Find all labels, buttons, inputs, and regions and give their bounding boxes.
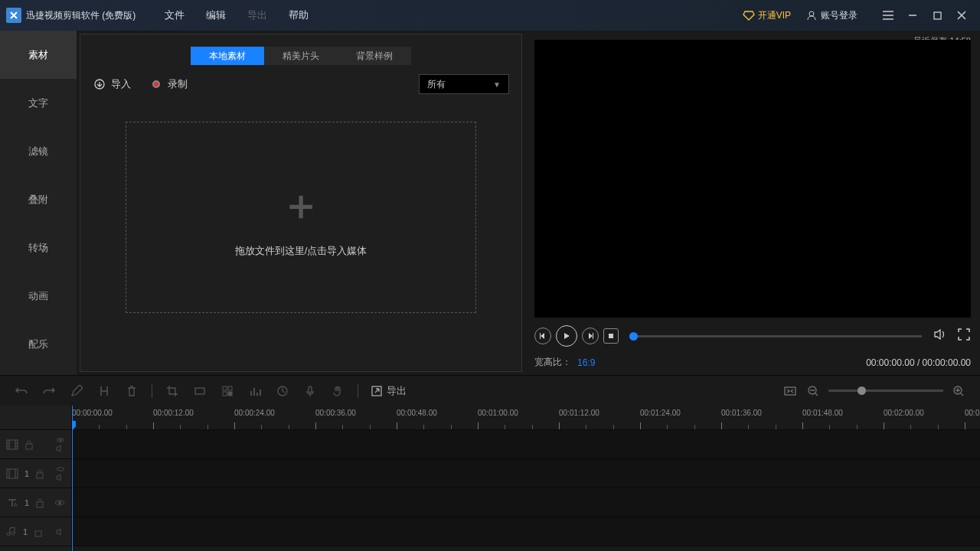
film-icon [6,439,18,450]
track-head-video-main[interactable] [0,430,71,459]
tab-intro[interactable]: 精美片头 [264,47,338,65]
svg-point-24 [58,501,61,504]
vip-button[interactable]: 开通VIP [743,9,791,22]
fullscreen-button[interactable] [957,328,971,344]
record-button[interactable]: 录制 [149,77,188,91]
track-head-text-1[interactable]: A 1 [0,488,71,517]
timeline-toolbar: 导出 [0,375,980,406]
svg-rect-20 [7,469,18,478]
speaker-icon [933,327,948,342]
track-row[interactable] [72,488,980,517]
time-display: 00:00:00.00 / 00:00:00.00 [866,357,971,368]
speaker-icon [56,528,65,536]
plus-icon: ＋ [280,178,322,233]
import-icon [93,77,106,91]
mosaic-button[interactable] [220,383,235,399]
sidebar-item-overlay[interactable]: 叠附 [0,175,77,223]
sidebar-item-media[interactable]: 素材 [0,31,77,79]
zoom-slider[interactable] [828,390,943,392]
svg-rect-23 [37,502,43,507]
menu-export[interactable]: 导出 [237,8,278,22]
sidebar-item-text[interactable]: 文字 [0,79,77,127]
login-button[interactable]: 账号登录 [806,9,858,22]
ruler-mark: 00:01:36.00 [721,409,762,417]
voice-button[interactable] [302,383,318,399]
menu-help[interactable]: 帮助 [278,8,319,22]
edit-tool-button[interactable] [69,383,84,399]
menu-edit[interactable]: 编辑 [195,8,237,22]
undo-button[interactable] [14,383,29,399]
record-icon [149,77,163,91]
preview-progress[interactable] [629,335,922,337]
minimize-button[interactable] [900,3,925,28]
track-row[interactable] [72,430,980,459]
sidebar-item-transition[interactable]: 转场 [0,223,77,272]
hand-button[interactable] [330,383,345,399]
app-logo-icon [6,8,21,23]
tab-background[interactable]: 背景样例 [338,47,411,65]
track-row[interactable] [72,517,980,546]
svg-rect-7 [223,386,227,390]
import-button[interactable]: 导入 [93,77,131,91]
timeline-body[interactable]: 00:00:00.0000:00:12.0000:00:24.0000:00:3… [72,406,980,551]
sidebar-item-filter[interactable]: 滤镜 [0,127,77,175]
chart-button[interactable] [247,383,263,399]
media-drop-zone[interactable]: ＋ 拖放文件到这里/点击导入媒体 [126,122,476,313]
svg-rect-9 [223,392,227,396]
crop-button[interactable] [165,383,180,399]
svg-rect-3 [540,333,541,339]
lock-icon [34,527,43,537]
lock-icon [35,468,44,479]
ruler-mark: 00:01:24.00 [640,409,681,417]
svg-rect-10 [228,392,232,396]
zoom-in-button[interactable] [951,383,966,399]
track-head-audio-1[interactable]: 1 [0,517,71,546]
aspect-button[interactable] [192,383,207,399]
film-icon [6,468,18,479]
preview-viewport[interactable] [534,40,971,318]
svg-rect-1 [934,12,941,19]
svg-rect-21 [37,473,43,478]
diamond-icon [743,9,755,21]
aspect-value[interactable]: 16:9 [577,357,595,368]
filter-dropdown[interactable]: 所有 ▼ [419,74,509,94]
sidebar-item-animation[interactable]: 动画 [0,272,77,320]
export-icon [371,385,383,397]
svg-rect-6 [195,388,204,394]
sidebar-item-music[interactable]: 配乐 [0,320,77,368]
chevron-down-icon: ▼ [493,80,501,89]
zoom-out-button[interactable] [805,383,821,399]
timeline: 1 A 1 1 00:00:00.0000:00:12.0000:00:24.0… [0,406,980,551]
redo-button[interactable] [41,383,57,399]
menu-file[interactable]: 文件 [154,8,195,22]
speed-button[interactable] [275,383,290,399]
fit-button[interactable] [782,383,798,399]
tab-local-media[interactable]: 本地素材 [191,47,264,65]
timeline-ruler[interactable]: 00:00:00.0000:00:12.0000:00:24.0000:00:3… [72,406,980,430]
volume-button[interactable] [933,327,948,345]
track-row[interactable] [72,459,980,488]
svg-rect-18 [26,444,32,449]
ruler-mark: 00:0 [965,409,979,417]
maximize-button[interactable] [925,3,949,28]
track-head-video-1[interactable]: 1 [0,459,71,488]
ruler-mark: 00:01:00.00 [478,409,518,417]
drop-zone-text: 拖放文件到这里/点击导入媒体 [235,244,368,258]
playhead[interactable] [72,406,73,551]
lock-icon [35,497,44,508]
next-frame-button[interactable] [582,328,599,344]
prev-frame-button[interactable] [534,328,551,344]
hamburger-button[interactable] [876,3,900,28]
svg-rect-17 [7,440,18,449]
sidebar: 素材 文字 滤镜 叠附 转场 动画 配乐 [0,31,77,375]
svg-rect-8 [228,386,232,390]
delete-button[interactable] [124,383,139,399]
split-button[interactable] [96,383,112,399]
app-title: 迅捷视频剪辑软件 (免费版) [26,9,136,22]
close-button[interactable] [949,3,974,28]
play-button[interactable] [556,325,577,347]
timeline-export-button[interactable]: 导出 [371,384,407,398]
fullscreen-icon [957,328,971,341]
svg-point-19 [60,439,62,441]
stop-button[interactable] [603,328,619,344]
